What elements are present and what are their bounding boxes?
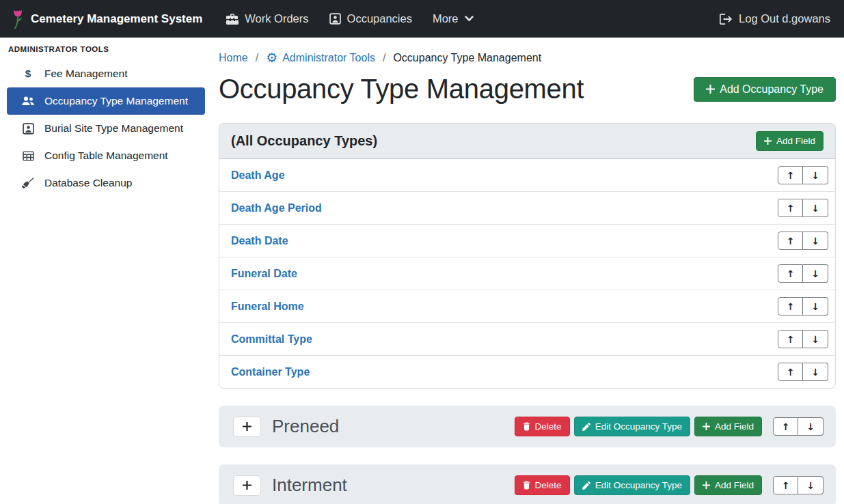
breadcrumb-current: Occupancy Type Management <box>393 52 541 64</box>
delete-button[interactable]: Delete <box>515 475 570 495</box>
field-row: Container Type ↑ ↓ <box>219 355 835 388</box>
add-field-button[interactable]: Add Field <box>694 475 762 495</box>
table-icon <box>21 151 36 161</box>
sidebar-item-burial-site-type-management[interactable]: Burial Site Type Management <box>0 115 212 142</box>
broom-icon <box>21 178 36 188</box>
move-up-button[interactable]: ↑ <box>778 330 803 348</box>
all-occupancy-types-header: (All Occupancy Types) Add Field <box>219 124 835 159</box>
field-link-committal-type[interactable]: Committal Type <box>231 333 312 346</box>
field-row: Committal Type ↑ ↓ <box>219 322 835 355</box>
edit-occupancy-type-label: Edit Occupancy Type <box>595 421 682 432</box>
pencil-icon <box>582 423 590 431</box>
app-window: Cemetery Management System Work Orders O… <box>0 0 844 504</box>
move-down-button[interactable]: ↓ <box>803 199 828 217</box>
pencil-icon <box>582 481 590 490</box>
move-down-button[interactable]: ↓ <box>803 297 828 316</box>
move-down-button[interactable]: ↓ <box>803 363 828 381</box>
section-actions: Delete Edit Occupancy Type Add Field <box>515 417 823 436</box>
reorder-controls: ↑ ↓ <box>778 264 828 283</box>
field-row: Death Date ↑ ↓ <box>219 224 835 257</box>
move-up-button[interactable]: ↑ <box>773 417 798 436</box>
occupancy-type-section-interment: Interment Delete Edit Occupancy Type <box>219 464 836 504</box>
field-link-death-date[interactable]: Death Date <box>231 235 288 247</box>
move-up-button[interactable]: ↑ <box>778 297 803 316</box>
trash-icon <box>523 481 530 490</box>
section-title: Interment <box>272 475 347 496</box>
field-row: Death Age ↑ ↓ <box>219 159 835 191</box>
edit-occupancy-type-label: Edit Occupancy Type <box>595 480 682 490</box>
move-down-button[interactable]: ↓ <box>803 330 828 348</box>
delete-label: Delete <box>535 480 562 490</box>
expand-section-button[interactable] <box>233 475 261 496</box>
move-up-button[interactable]: ↑ <box>778 166 803 184</box>
field-link-container-type[interactable]: Container Type <box>231 366 310 378</box>
logout-link[interactable]: Log Out d.gowans <box>720 12 830 25</box>
sidebar-item-occupancy-type-management[interactable]: Occupancy Type Management <box>7 87 205 115</box>
sidebar-item-label: Database Cleanup <box>44 177 132 189</box>
plus-icon <box>703 423 710 430</box>
nav-occupancies-label: Occupancies <box>347 12 412 25</box>
flower-logo-icon <box>11 8 25 29</box>
top-navbar: Cemetery Management System Work Orders O… <box>0 0 844 38</box>
breadcrumb-admin-tools-label: Administrator Tools <box>282 52 375 64</box>
field-link-death-age-period[interactable]: Death Age Period <box>231 202 322 214</box>
main-content: Home / ⚙ Administrator Tools / Occupancy… <box>212 38 844 504</box>
field-link-funeral-date[interactable]: Funeral Date <box>231 268 297 280</box>
reorder-controls: ↑ ↓ <box>778 166 828 184</box>
all-occupancy-types-title: (All Occupancy Types) <box>231 133 377 149</box>
move-down-button[interactable]: ↓ <box>803 166 828 184</box>
add-field-button[interactable]: Add Field <box>694 417 762 436</box>
nav-more[interactable]: More <box>433 12 474 25</box>
add-field-label: Add Field <box>776 136 815 146</box>
move-up-button[interactable]: ↑ <box>778 232 803 250</box>
move-up-button[interactable]: ↑ <box>778 363 803 381</box>
plus-icon <box>706 85 715 94</box>
move-down-button[interactable]: ↓ <box>798 417 823 436</box>
delete-button[interactable]: Delete <box>515 417 570 436</box>
breadcrumb-home[interactable]: Home <box>219 52 248 64</box>
breadcrumb-admin-tools[interactable]: ⚙ Administrator Tools <box>266 51 375 64</box>
expand-section-button[interactable] <box>233 417 261 437</box>
nav-work-orders[interactable]: Work Orders <box>226 12 308 25</box>
edit-occupancy-type-button[interactable]: Edit Occupancy Type <box>574 475 690 495</box>
field-link-funeral-home[interactable]: Funeral Home <box>231 300 304 313</box>
field-link-death-age[interactable]: Death Age <box>231 169 285 182</box>
add-field-button[interactable]: Add Field <box>756 131 823 151</box>
trash-icon <box>523 422 530 431</box>
app-brand[interactable]: Cemetery Management System <box>11 8 202 29</box>
all-occupancy-types-card: (All Occupancy Types) Add Field Death Ag… <box>219 123 836 389</box>
sidebar-item-label: Config Table Management <box>44 150 168 162</box>
nav-occupancies[interactable]: Occupancies <box>329 12 412 25</box>
add-occupancy-type-button[interactable]: Add Occupancy Type <box>694 77 836 102</box>
field-row: Funeral Home ↑ ↓ <box>219 290 835 322</box>
add-occupancy-type-label: Add Occupancy Type <box>720 83 823 96</box>
nav-work-orders-label: Work Orders <box>245 12 308 25</box>
sidebar-item-database-cleanup[interactable]: Database Cleanup <box>0 169 212 197</box>
move-down-button[interactable]: ↓ <box>803 264 828 283</box>
nav-more-label: More <box>433 12 459 25</box>
edit-occupancy-type-button[interactable]: Edit Occupancy Type <box>574 417 690 436</box>
sidebar-item-config-table-management[interactable]: Config Table Management <box>0 142 212 169</box>
breadcrumb: Home / ⚙ Administrator Tools / Occupancy… <box>219 46 836 64</box>
sidebar-item-label: Burial Site Type Management <box>44 122 183 135</box>
plus-icon <box>243 481 251 490</box>
add-field-label: Add Field <box>715 480 754 490</box>
section-actions: Delete Edit Occupancy Type Add Field <box>515 475 823 495</box>
move-down-button[interactable]: ↓ <box>803 232 828 250</box>
reorder-controls: ↑ ↓ <box>773 476 823 494</box>
reorder-controls: ↑ ↓ <box>778 297 828 316</box>
move-down-button[interactable]: ↓ <box>798 476 823 494</box>
dollar-icon: $ <box>21 68 36 80</box>
person-frame-icon <box>21 123 36 135</box>
move-up-button[interactable]: ↑ <box>778 199 803 217</box>
move-up-button[interactable]: ↑ <box>773 476 798 494</box>
app-title: Cemetery Management System <box>31 12 202 26</box>
sidebar-item-fee-management[interactable]: $ Fee Management <box>0 60 212 87</box>
toolbox-icon <box>226 14 239 25</box>
users-icon <box>21 96 36 106</box>
field-row: Funeral Date ↑ ↓ <box>219 257 835 290</box>
sidebar: Administrator Tools $ Fee Management Occ… <box>0 38 212 504</box>
sidebar-item-label: Fee Management <box>44 68 128 80</box>
move-up-button[interactable]: ↑ <box>778 264 803 283</box>
logout-label: Log Out d.gowans <box>739 12 830 25</box>
